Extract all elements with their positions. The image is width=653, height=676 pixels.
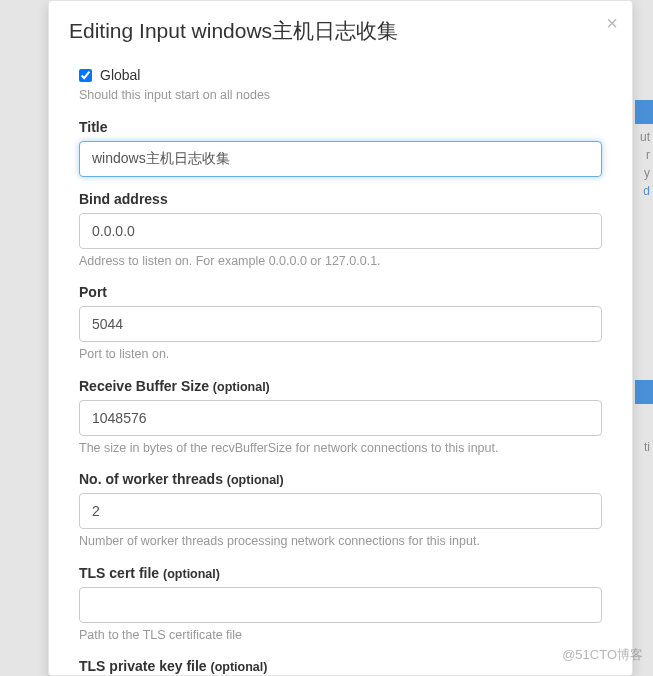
bind-address-help: Address to listen on. For example 0.0.0.… bbox=[79, 253, 602, 271]
worker-threads-field: No. of worker threads (optional) Number … bbox=[79, 471, 602, 551]
port-input[interactable] bbox=[79, 306, 602, 342]
receive-buffer-field: Receive Buffer Size (optional) The size … bbox=[79, 378, 602, 458]
modal-title: Editing Input windows主机日志收集 bbox=[69, 17, 612, 45]
edit-input-modal: Editing Input windows主机日志收集 × Global Sho… bbox=[48, 0, 633, 676]
tls-cert-help: Path to the TLS certificate file bbox=[79, 627, 602, 645]
worker-threads-input[interactable] bbox=[79, 493, 602, 529]
bg-text: r bbox=[646, 148, 650, 162]
close-button[interactable]: × bbox=[606, 13, 618, 33]
optional-tag: (optional) bbox=[213, 380, 270, 394]
title-label: Title bbox=[79, 119, 602, 135]
modal-header: Editing Input windows主机日志收集 × bbox=[49, 1, 632, 59]
tls-key-field: TLS private key file (optional) bbox=[79, 658, 602, 674]
receive-buffer-input[interactable] bbox=[79, 400, 602, 436]
title-input[interactable] bbox=[79, 141, 602, 177]
bg-accent-1 bbox=[635, 100, 653, 124]
global-help: Should this input start on all nodes bbox=[79, 87, 602, 105]
bg-text: ut bbox=[640, 130, 650, 144]
tls-cert-label: TLS cert file (optional) bbox=[79, 565, 602, 581]
optional-tag: (optional) bbox=[163, 567, 220, 581]
optional-tag: (optional) bbox=[211, 660, 268, 674]
bg-text: ti bbox=[644, 440, 650, 454]
worker-threads-label-text: No. of worker threads bbox=[79, 471, 223, 487]
tls-cert-input[interactable] bbox=[79, 587, 602, 623]
bg-text: d bbox=[643, 184, 650, 198]
title-field: Title bbox=[79, 119, 602, 177]
bg-text: y bbox=[644, 166, 650, 180]
global-field: Global Should this input start on all no… bbox=[79, 67, 602, 105]
bg-accent-2 bbox=[635, 380, 653, 404]
tls-cert-field: TLS cert file (optional) Path to the TLS… bbox=[79, 565, 602, 645]
bind-address-input[interactable] bbox=[79, 213, 602, 249]
receive-buffer-label: Receive Buffer Size (optional) bbox=[79, 378, 602, 394]
worker-threads-label: No. of worker threads (optional) bbox=[79, 471, 602, 487]
bind-address-field: Bind address Address to listen on. For e… bbox=[79, 191, 602, 271]
tls-key-label-text: TLS private key file bbox=[79, 658, 207, 674]
bind-address-label: Bind address bbox=[79, 191, 602, 207]
global-label[interactable]: Global bbox=[100, 67, 140, 83]
tls-cert-label-text: TLS cert file bbox=[79, 565, 159, 581]
worker-threads-help: Number of worker threads processing netw… bbox=[79, 533, 602, 551]
modal-body: Global Should this input start on all no… bbox=[49, 59, 632, 674]
receive-buffer-label-text: Receive Buffer Size bbox=[79, 378, 209, 394]
tls-key-label: TLS private key file (optional) bbox=[79, 658, 602, 674]
port-help: Port to listen on. bbox=[79, 346, 602, 364]
port-field: Port Port to listen on. bbox=[79, 284, 602, 364]
global-checkbox[interactable] bbox=[79, 69, 92, 82]
optional-tag: (optional) bbox=[227, 473, 284, 487]
receive-buffer-help: The size in bytes of the recvBufferSize … bbox=[79, 440, 602, 458]
port-label: Port bbox=[79, 284, 602, 300]
